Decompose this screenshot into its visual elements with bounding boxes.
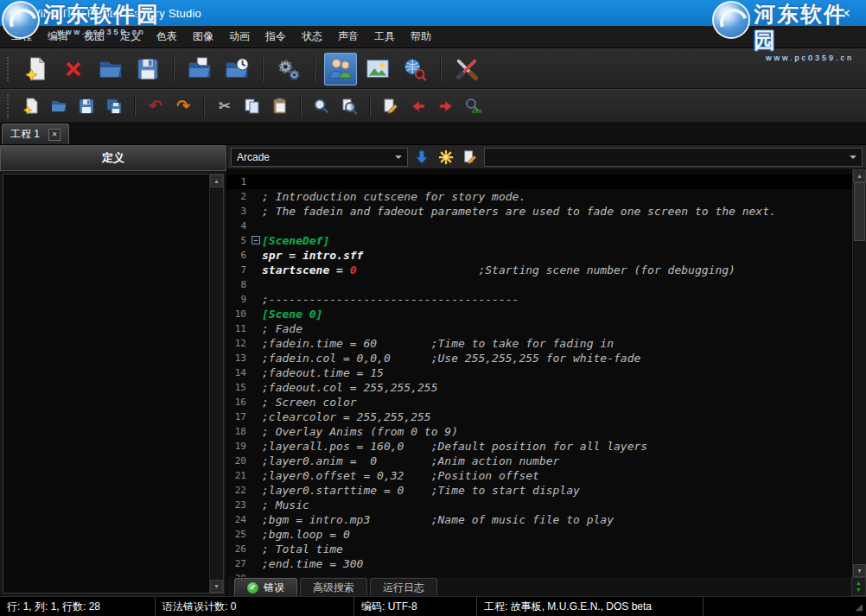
code-line[interactable]: 12;fadein.time = 60 ;Time to take for fa… (227, 336, 852, 351)
new-file-icon[interactable] (19, 94, 43, 118)
menu-item-states[interactable]: 状态 (294, 26, 330, 48)
code-line[interactable]: 28 (227, 571, 852, 577)
scroll-down-icon[interactable]: ▼ (210, 580, 223, 593)
search-dropdown[interactable] (484, 148, 863, 167)
line-number: 10 (227, 307, 251, 321)
new-project-icon[interactable] (20, 53, 53, 86)
code-line[interactable]: 8 (227, 277, 852, 292)
open-file-icon[interactable] (47, 94, 71, 118)
resize-grip-icon[interactable]: ◢ (850, 601, 866, 613)
scroll-up-icon[interactable]: ▲ (853, 169, 866, 182)
minimize-button[interactable]: – (747, 0, 786, 26)
code-line[interactable]: 9;------------------------------------- (227, 292, 852, 307)
scroll-down-icon[interactable]: ▼ (853, 564, 866, 577)
fold-collapse-icon[interactable]: − (252, 236, 260, 244)
code-line[interactable]: 10[Scene 0] (227, 307, 852, 321)
fold-margin (251, 498, 262, 512)
scroll-track[interactable] (210, 187, 223, 580)
paste-icon[interactable] (268, 94, 292, 118)
code-line[interactable]: 6spr = intro.sff (227, 248, 852, 263)
recent-files-icon[interactable] (220, 53, 253, 86)
code-line[interactable]: 23; Music (227, 498, 852, 512)
zoom-icon[interactable] (309, 94, 334, 118)
open-folder-icon[interactable] (183, 53, 216, 86)
code-line[interactable]: 14;fadeout.time = 15 (227, 365, 852, 380)
image-icon[interactable] (361, 53, 394, 86)
code-text: ;------------------------------------- (262, 292, 519, 307)
tab-run-log[interactable]: 运行日志 (370, 578, 437, 596)
editor-scrollbar[interactable]: ▲ ▼ (852, 169, 866, 577)
definitions-list[interactable] (3, 175, 209, 593)
code-line[interactable]: 19;layerall.pos = 160,0 ;Default positio… (227, 439, 852, 454)
code-line[interactable]: 25;bgm.loop = 0 (227, 527, 852, 542)
save-project-icon[interactable] (131, 53, 164, 86)
open-project-icon[interactable] (94, 53, 127, 86)
code-line[interactable]: 22;layer0.starttime = 0 ;Time to start d… (227, 483, 852, 498)
menu-item-sprites[interactable]: 图像 (185, 26, 221, 48)
code-lines[interactable]: 12; Introduction cutscene for story mode… (227, 169, 852, 577)
code-line[interactable]: 2; Introduction cutscene for story mode. (227, 189, 852, 204)
zoom-doc-icon[interactable] (337, 94, 361, 118)
save-all-icon[interactable] (102, 94, 126, 118)
menu-item-sounds[interactable]: 声音 (330, 26, 366, 48)
save-file-icon[interactable] (74, 94, 99, 118)
code-line[interactable]: 11; Fade (227, 321, 852, 336)
line-number: 27 (227, 556, 251, 571)
project-tab-close-icon[interactable]: ✕ (48, 129, 60, 141)
menu-item-edit[interactable]: 编辑 (40, 26, 76, 48)
menu-item-definitions[interactable]: 定义 (112, 26, 149, 48)
scroll-thumb[interactable] (854, 182, 865, 241)
tools-icon[interactable] (450, 53, 483, 86)
menu-item-help[interactable]: 帮助 (403, 26, 439, 48)
code-line[interactable]: 5−[SceneDef] (227, 233, 852, 248)
menu-item-tools[interactable]: 工具 (366, 26, 403, 48)
settings-gears-icon[interactable] (272, 53, 305, 86)
menu-item-commands[interactable]: 指令 (258, 26, 294, 48)
menu-item-project[interactable]: 工程 (3, 26, 40, 48)
star-icon[interactable] (436, 147, 456, 168)
close-project-icon[interactable] (57, 53, 90, 86)
def-type-dropdown[interactable]: Arcade (231, 148, 408, 167)
code-line[interactable]: 3; The fadein and fadeout parameters are… (227, 204, 852, 219)
code-line[interactable]: 15;fadeout.col = 255,255,255 (227, 380, 852, 395)
code-line[interactable]: 16; Screen color (227, 395, 852, 410)
preview-icon[interactable] (398, 53, 431, 86)
code-line[interactable]: 24;bgm = intro.mp3 ;Name of music file t… (227, 512, 852, 527)
code-line[interactable]: 20;layer0.anim = 0 ;Anim action number (227, 454, 852, 468)
code-line[interactable]: 17;clearcolor = 255,255,255 (227, 410, 852, 424)
code-line[interactable]: 26; Total time (227, 542, 852, 556)
copy-icon[interactable] (240, 94, 264, 118)
code-line[interactable]: 1 (227, 175, 852, 189)
characters-icon[interactable] (324, 53, 357, 86)
tab-advanced-search[interactable]: 高级搜索 (300, 578, 367, 596)
maximize-button[interactable]: □ (786, 0, 826, 26)
cm-zoom-icon[interactable]: cm (462, 94, 486, 118)
back-icon[interactable] (406, 94, 430, 118)
close-button[interactable]: ✕ (826, 0, 866, 26)
scroll-track[interactable] (853, 241, 866, 564)
menu-item-palettes[interactable]: 色表 (149, 26, 185, 48)
quick-nav-arrows-icon[interactable]: ▲▼ (851, 577, 866, 596)
menu-item-animations[interactable]: 动画 (221, 26, 258, 48)
project-tab[interactable]: 工程 1 ✕ (2, 124, 69, 144)
forward-icon[interactable] (434, 94, 458, 118)
code-line[interactable]: 18; Overlay Anims (from 0 to 9) (227, 424, 852, 439)
toolbar-separator (262, 56, 264, 82)
code-line[interactable]: 7startscene = 0 ;Starting scene number (… (227, 263, 852, 277)
toolbar-drag-handle (7, 94, 11, 118)
scroll-up-icon[interactable]: ▲ (210, 175, 223, 187)
edit-icon[interactable] (460, 147, 481, 168)
code-line[interactable]: 13;fadein.col = 0,0,0 ;Use 255,255,255 f… (227, 351, 852, 365)
code-text: ;fadein.time = 60 ;Time to take for fadi… (262, 336, 614, 351)
tab-errors[interactable]: ✔ 错误 (234, 578, 297, 596)
insert-down-icon[interactable] (411, 147, 432, 168)
code-line[interactable]: 21;layer0.offset = 0,32 ;Position offset (227, 468, 852, 483)
undo-icon[interactable]: ↶ (143, 94, 168, 118)
menu-item-view[interactable]: 视图 (76, 26, 112, 48)
edit-file-icon[interactable] (379, 94, 403, 118)
cut-icon[interactable]: ✂ (213, 94, 237, 118)
definitions-scrollbar[interactable]: ▲ ▼ (209, 175, 223, 593)
redo-icon[interactable]: ↷ (171, 94, 195, 118)
code-line[interactable]: 4 (227, 219, 852, 233)
code-line[interactable]: 27;end.time = 300 (227, 556, 852, 571)
